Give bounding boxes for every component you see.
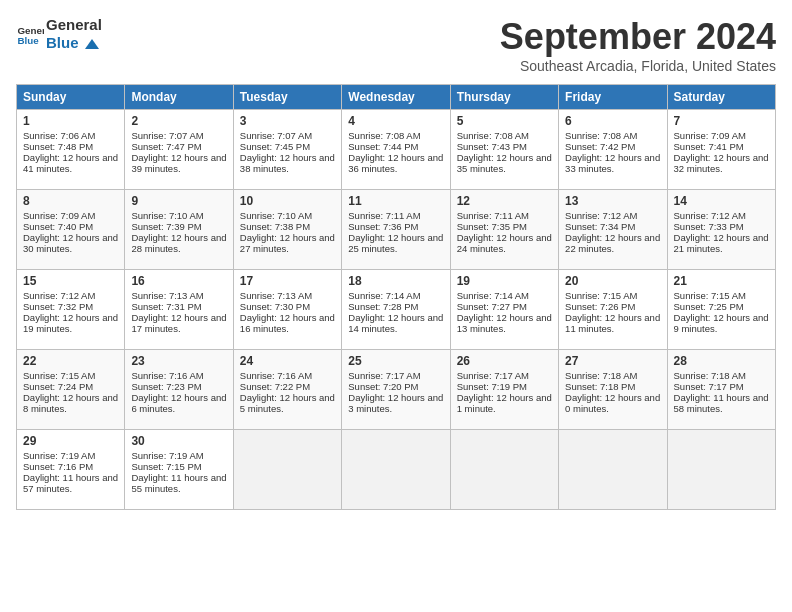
sunset-text: Sunset: 7:36 PM xyxy=(348,221,443,232)
day-number: 28 xyxy=(674,354,769,368)
calendar-cell: 23Sunrise: 7:16 AMSunset: 7:23 PMDayligh… xyxy=(125,350,233,430)
sunrise-text: Sunrise: 7:13 AM xyxy=(131,290,226,301)
calendar-cell: 18Sunrise: 7:14 AMSunset: 7:28 PMDayligh… xyxy=(342,270,450,350)
calendar-cell: 13Sunrise: 7:12 AMSunset: 7:34 PMDayligh… xyxy=(559,190,667,270)
daylight-text: Daylight: 12 hours and 27 minutes. xyxy=(240,232,335,254)
day-number: 27 xyxy=(565,354,660,368)
sunset-text: Sunset: 7:31 PM xyxy=(131,301,226,312)
column-header-monday: Monday xyxy=(125,85,233,110)
sunrise-text: Sunrise: 7:13 AM xyxy=(240,290,335,301)
day-number: 1 xyxy=(23,114,118,128)
calendar-header-row: SundayMondayTuesdayWednesdayThursdayFrid… xyxy=(17,85,776,110)
sunrise-text: Sunrise: 7:10 AM xyxy=(131,210,226,221)
daylight-text: Daylight: 12 hours and 30 minutes. xyxy=(23,232,118,254)
column-header-saturday: Saturday xyxy=(667,85,775,110)
calendar-cell: 8Sunrise: 7:09 AMSunset: 7:40 PMDaylight… xyxy=(17,190,125,270)
sunset-text: Sunset: 7:27 PM xyxy=(457,301,552,312)
sunrise-text: Sunrise: 7:16 AM xyxy=(131,370,226,381)
calendar-cell xyxy=(450,430,558,510)
daylight-text: Daylight: 12 hours and 25 minutes. xyxy=(348,232,443,254)
daylight-text: Daylight: 12 hours and 39 minutes. xyxy=(131,152,226,174)
sunset-text: Sunset: 7:48 PM xyxy=(23,141,118,152)
day-number: 17 xyxy=(240,274,335,288)
day-number: 12 xyxy=(457,194,552,208)
calendar-table: SundayMondayTuesdayWednesdayThursdayFrid… xyxy=(16,84,776,510)
logo: General Blue General Blue xyxy=(16,16,102,52)
daylight-text: Daylight: 12 hours and 11 minutes. xyxy=(565,312,660,334)
daylight-text: Daylight: 12 hours and 33 minutes. xyxy=(565,152,660,174)
day-number: 11 xyxy=(348,194,443,208)
day-number: 15 xyxy=(23,274,118,288)
calendar-cell: 12Sunrise: 7:11 AMSunset: 7:35 PMDayligh… xyxy=(450,190,558,270)
column-header-tuesday: Tuesday xyxy=(233,85,341,110)
day-number: 16 xyxy=(131,274,226,288)
calendar-week-1: 1Sunrise: 7:06 AMSunset: 7:48 PMDaylight… xyxy=(17,110,776,190)
calendar-cell: 24Sunrise: 7:16 AMSunset: 7:22 PMDayligh… xyxy=(233,350,341,430)
calendar-week-5: 29Sunrise: 7:19 AMSunset: 7:16 PMDayligh… xyxy=(17,430,776,510)
daylight-text: Daylight: 11 hours and 57 minutes. xyxy=(23,472,118,494)
daylight-text: Daylight: 12 hours and 38 minutes. xyxy=(240,152,335,174)
sunrise-text: Sunrise: 7:07 AM xyxy=(131,130,226,141)
sunrise-text: Sunrise: 7:18 AM xyxy=(674,370,769,381)
calendar-cell: 1Sunrise: 7:06 AMSunset: 7:48 PMDaylight… xyxy=(17,110,125,190)
sunset-text: Sunset: 7:28 PM xyxy=(348,301,443,312)
sunrise-text: Sunrise: 7:11 AM xyxy=(457,210,552,221)
sunset-text: Sunset: 7:43 PM xyxy=(457,141,552,152)
column-header-friday: Friday xyxy=(559,85,667,110)
calendar-cell: 27Sunrise: 7:18 AMSunset: 7:18 PMDayligh… xyxy=(559,350,667,430)
sunset-text: Sunset: 7:23 PM xyxy=(131,381,226,392)
sunrise-text: Sunrise: 7:08 AM xyxy=(348,130,443,141)
sunset-text: Sunset: 7:30 PM xyxy=(240,301,335,312)
sunrise-text: Sunrise: 7:16 AM xyxy=(240,370,335,381)
logo-blue: Blue xyxy=(46,34,102,52)
day-number: 5 xyxy=(457,114,552,128)
daylight-text: Daylight: 11 hours and 55 minutes. xyxy=(131,472,226,494)
calendar-cell: 20Sunrise: 7:15 AMSunset: 7:26 PMDayligh… xyxy=(559,270,667,350)
daylight-text: Daylight: 12 hours and 22 minutes. xyxy=(565,232,660,254)
day-number: 26 xyxy=(457,354,552,368)
page-title: September 2024 xyxy=(500,16,776,58)
logo-general: General xyxy=(46,16,102,34)
sunset-text: Sunset: 7:25 PM xyxy=(674,301,769,312)
calendar-cell: 30Sunrise: 7:19 AMSunset: 7:15 PMDayligh… xyxy=(125,430,233,510)
daylight-text: Daylight: 12 hours and 14 minutes. xyxy=(348,312,443,334)
daylight-text: Daylight: 12 hours and 5 minutes. xyxy=(240,392,335,414)
sunset-text: Sunset: 7:19 PM xyxy=(457,381,552,392)
day-number: 21 xyxy=(674,274,769,288)
sunrise-text: Sunrise: 7:08 AM xyxy=(457,130,552,141)
sunrise-text: Sunrise: 7:12 AM xyxy=(23,290,118,301)
sunrise-text: Sunrise: 7:08 AM xyxy=(565,130,660,141)
day-number: 18 xyxy=(348,274,443,288)
logo-icon: General Blue xyxy=(16,20,44,48)
day-number: 3 xyxy=(240,114,335,128)
sunset-text: Sunset: 7:26 PM xyxy=(565,301,660,312)
calendar-cell: 4Sunrise: 7:08 AMSunset: 7:44 PMDaylight… xyxy=(342,110,450,190)
sunrise-text: Sunrise: 7:19 AM xyxy=(131,450,226,461)
sunrise-text: Sunrise: 7:17 AM xyxy=(348,370,443,381)
calendar-cell: 11Sunrise: 7:11 AMSunset: 7:36 PMDayligh… xyxy=(342,190,450,270)
calendar-cell: 7Sunrise: 7:09 AMSunset: 7:41 PMDaylight… xyxy=(667,110,775,190)
day-number: 4 xyxy=(348,114,443,128)
calendar-cell xyxy=(233,430,341,510)
sunrise-text: Sunrise: 7:11 AM xyxy=(348,210,443,221)
day-number: 22 xyxy=(23,354,118,368)
title-area: September 2024 Southeast Arcadia, Florid… xyxy=(500,16,776,74)
daylight-text: Daylight: 12 hours and 28 minutes. xyxy=(131,232,226,254)
daylight-text: Daylight: 12 hours and 0 minutes. xyxy=(565,392,660,414)
daylight-text: Daylight: 12 hours and 36 minutes. xyxy=(348,152,443,174)
page-header: General Blue General Blue September 2024… xyxy=(16,16,776,74)
calendar-week-4: 22Sunrise: 7:15 AMSunset: 7:24 PMDayligh… xyxy=(17,350,776,430)
sunset-text: Sunset: 7:16 PM xyxy=(23,461,118,472)
calendar-cell: 15Sunrise: 7:12 AMSunset: 7:32 PMDayligh… xyxy=(17,270,125,350)
sunset-text: Sunset: 7:45 PM xyxy=(240,141,335,152)
calendar-cell: 10Sunrise: 7:10 AMSunset: 7:38 PMDayligh… xyxy=(233,190,341,270)
daylight-text: Daylight: 12 hours and 24 minutes. xyxy=(457,232,552,254)
calendar-cell xyxy=(342,430,450,510)
sunrise-text: Sunrise: 7:10 AM xyxy=(240,210,335,221)
column-header-thursday: Thursday xyxy=(450,85,558,110)
calendar-cell: 22Sunrise: 7:15 AMSunset: 7:24 PMDayligh… xyxy=(17,350,125,430)
day-number: 10 xyxy=(240,194,335,208)
sunset-text: Sunset: 7:44 PM xyxy=(348,141,443,152)
day-number: 24 xyxy=(240,354,335,368)
sunset-text: Sunset: 7:33 PM xyxy=(674,221,769,232)
